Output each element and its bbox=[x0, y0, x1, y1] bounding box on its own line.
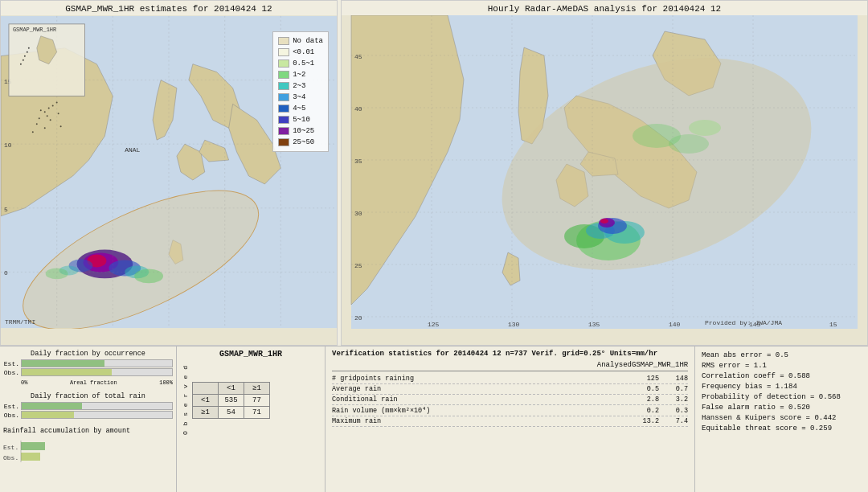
obs-rain-bar-row: Obs. bbox=[3, 411, 173, 419]
obs-rain-bar-outer bbox=[21, 411, 173, 419]
legend-label-2-3: 2~3 bbox=[293, 80, 305, 92]
svg-point-55 bbox=[600, 219, 608, 223]
legend-color-4-5 bbox=[278, 105, 289, 113]
contingency-col-lt1: <1 bbox=[219, 382, 244, 394]
legend-label-4-5: 4~5 bbox=[293, 103, 305, 114]
stats-label-max-rain: Maximum rain bbox=[332, 417, 630, 425]
left-map-area: 15 10 5 0 GSMAP_MWR_1HR bbox=[1, 15, 337, 329]
svg-text:125: 125 bbox=[428, 321, 440, 328]
svg-point-24 bbox=[60, 125, 62, 127]
legend-label-nodata: No data bbox=[293, 35, 323, 47]
svg-point-17 bbox=[50, 119, 51, 121]
svg-point-15 bbox=[40, 109, 42, 111]
stats-val-avg-rain-gsmap: 0.7 bbox=[659, 385, 688, 393]
svg-text:GSMAP_MWR_1HR: GSMAP_MWR_1HR bbox=[13, 27, 56, 33]
axis-end: 100% bbox=[159, 379, 173, 386]
stats-val-max-rain-analysed: 13.2 bbox=[630, 417, 659, 425]
svg-text:40: 40 bbox=[354, 105, 362, 113]
svg-text:15: 15 bbox=[829, 321, 837, 328]
svg-point-44 bbox=[28, 47, 30, 49]
legend-color-10-25 bbox=[278, 127, 289, 135]
svg-point-20 bbox=[36, 123, 38, 125]
contingency-title: GSMAP_MWR_1HR bbox=[182, 350, 320, 359]
bottom-row: Daily fraction by occurrence Est. Obs. 0… bbox=[0, 346, 868, 492]
metric-false-alarm: False alarm ratio = 0.520 bbox=[702, 402, 862, 412]
obs-rain-bar-fill bbox=[22, 412, 74, 418]
stats-header-analysed: Analysed bbox=[588, 361, 632, 369]
svg-text:140: 140 bbox=[669, 321, 681, 328]
stats-label-rain-volume: Rain volume (mm×km²×10⁴) bbox=[332, 406, 630, 415]
stats-label-cond-rain: Conditional rain bbox=[332, 396, 630, 404]
stats-header-row: Analysed GSMAP_MWR_1HR bbox=[332, 361, 688, 371]
svg-point-14 bbox=[47, 115, 48, 117]
metric-rms-error: RMS error = 1.1 bbox=[702, 360, 862, 371]
obs-occurrence-bar-outer bbox=[21, 368, 173, 376]
obs-occurrence-bar-fill bbox=[22, 369, 112, 375]
stats-row-max-rain: Maximum rain 13.2 7.4 bbox=[332, 416, 688, 427]
svg-rect-84 bbox=[21, 453, 40, 461]
legend-10-25: 10~25 bbox=[278, 125, 323, 137]
contingency-empty-header bbox=[193, 382, 219, 394]
metric-correlation: Correlation coeff = 0.588 bbox=[702, 371, 862, 381]
axis-mid: Areal fraction bbox=[70, 379, 117, 386]
stats-label-gridpoints: # gridpoints raining bbox=[332, 375, 630, 383]
stats-row-rain-volume: Rain volume (mm×km²×10⁴) 0.2 0.3 bbox=[332, 405, 688, 416]
obs-occurrence-bar-row: Obs. bbox=[3, 368, 173, 376]
legend-label-10-25: 10~25 bbox=[293, 125, 314, 137]
stats-title: Verification statistics for 20140424 12 … bbox=[332, 350, 688, 358]
contingency-row-header-lt1: <1 bbox=[193, 394, 219, 406]
legend-label-1-2: 1~2 bbox=[293, 69, 305, 80]
legend-label-05-1: 0.5~1 bbox=[293, 58, 314, 69]
contingency-row-header-gte1: ≥1 bbox=[193, 406, 219, 418]
legend-color-5-10 bbox=[278, 116, 289, 124]
legend-001: <0.01 bbox=[278, 47, 323, 58]
legend-3-4: 3~4 bbox=[278, 92, 323, 103]
total-rain-chart: Est. Obs. bbox=[3, 402, 173, 419]
stats-header-gsmap: GSMAP_MWR_1HR bbox=[632, 361, 688, 369]
stats-val-rain-volume-analysed: 0.2 bbox=[630, 407, 659, 415]
svg-point-18 bbox=[39, 117, 40, 119]
stats-val-gridpoints-analysed: 125 bbox=[630, 375, 659, 383]
svg-text:5: 5 bbox=[4, 206, 8, 213]
contingency-table-block: <1 ≥1 <1 535 77 ≥1 bbox=[192, 382, 270, 419]
legend-4-5: 4~5 bbox=[278, 103, 323, 114]
contingency-row-lt1: <1 535 77 bbox=[193, 394, 270, 406]
stats-area: Verification statistics for 20140424 12 … bbox=[326, 346, 695, 492]
svg-text:130: 130 bbox=[508, 321, 520, 328]
legend-5-10: 5~10 bbox=[278, 114, 323, 125]
svg-point-10 bbox=[134, 269, 163, 283]
accumulation-chart: Est. Obs. bbox=[3, 438, 173, 465]
svg-text:Est.: Est. bbox=[3, 444, 18, 451]
main-container: GSMAP_MWR_1HR estimates for 20140424 12 bbox=[0, 0, 868, 492]
svg-point-43 bbox=[20, 64, 22, 65]
svg-text:20: 20 bbox=[354, 314, 362, 322]
legend-label-25-50: 25~50 bbox=[293, 137, 314, 148]
metrics-area: Mean abs error = 0.5 RMS error = 1.1 Cor… bbox=[695, 346, 868, 492]
svg-point-22 bbox=[44, 127, 46, 129]
svg-point-42 bbox=[23, 59, 24, 61]
contingency-cell-54: 54 bbox=[219, 406, 244, 418]
est-rain-label: Est. bbox=[3, 403, 19, 410]
svg-point-57 bbox=[669, 134, 709, 154]
svg-text:35: 35 bbox=[354, 158, 362, 165]
svg-point-23 bbox=[32, 131, 34, 133]
svg-point-12 bbox=[44, 111, 46, 113]
metric-freq-bias: Frequency bias = 1.184 bbox=[702, 381, 862, 392]
obs-occurrence-label: Obs. bbox=[3, 369, 19, 376]
stats-val-cond-rain-gsmap: 3.2 bbox=[659, 396, 688, 404]
right-map-area: 45 40 35 30 25 20 125 130 135 140 145 15… bbox=[342, 15, 867, 329]
est-occurrence-bar-fill bbox=[22, 360, 104, 367]
stats-row-gridpoints: # gridpoints raining 125 148 bbox=[332, 374, 688, 384]
legend-color-1-2 bbox=[278, 71, 289, 79]
metric-equitable: Equitable threat score = 0.259 bbox=[702, 423, 862, 433]
svg-point-13 bbox=[48, 107, 50, 109]
legend: No data <0.01 0.5~1 1~2 bbox=[272, 31, 329, 152]
right-map-title: Hourly Radar-AMeDAS analysis for 2014042… bbox=[342, 1, 867, 15]
est-occurrence-bar-row: Est. bbox=[3, 359, 173, 367]
svg-point-19 bbox=[56, 101, 58, 103]
metric-mean-abs-error: Mean abs error = 0.5 bbox=[702, 350, 862, 360]
svg-text:135: 135 bbox=[588, 321, 600, 328]
est-rain-bar-fill bbox=[22, 403, 82, 409]
metric-hanssen: Hanssen & Kuipers score = 0.442 bbox=[702, 412, 862, 423]
svg-text:Provided by: JWA/JMA: Provided by: JWA/JMA bbox=[705, 319, 782, 326]
